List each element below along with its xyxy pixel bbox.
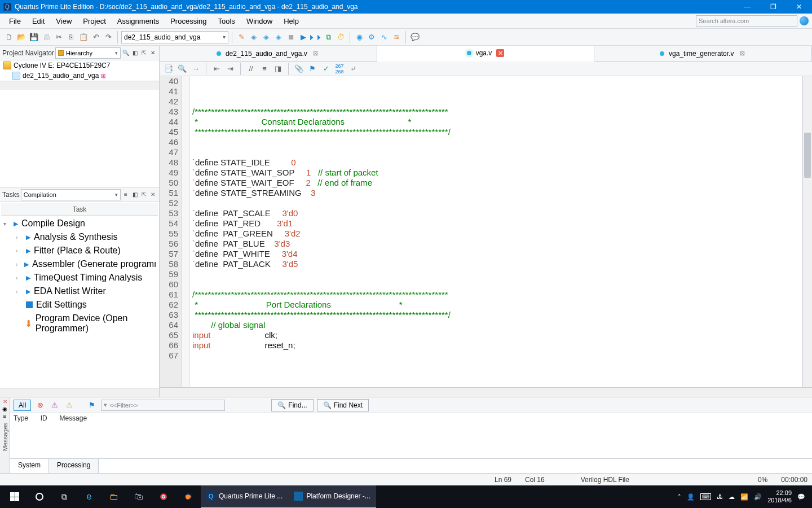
flow-icon[interactable]: ⚙ <box>366 32 377 43</box>
menu-edit[interactable]: Edit <box>27 15 50 28</box>
paste-icon[interactable]: 📋 <box>78 32 89 43</box>
navigator-hscrollbar[interactable] <box>0 81 159 90</box>
tasks-menu-icon[interactable]: ≡ <box>122 191 130 199</box>
msg-critical-icon[interactable]: ⚠ <box>49 400 60 411</box>
wave-icon[interactable]: ∿ <box>378 32 390 43</box>
redo-icon[interactable]: ↷ <box>103 32 114 43</box>
minimize-button[interactable]: — <box>734 0 760 14</box>
globe-icon[interactable] <box>800 16 809 25</box>
start-button[interactable] <box>2 485 27 508</box>
edge-icon[interactable]: e <box>77 485 102 508</box>
tray-input-icon[interactable]: ⌨ <box>700 493 711 500</box>
task-fitter[interactable]: ›▶Fitter (Place & Route) <box>0 244 159 257</box>
tray-people-icon[interactable]: 👤 <box>687 493 695 501</box>
messages-find-next-button[interactable]: 🔍Find Next <box>317 399 369 411</box>
tab-vga[interactable]: vga.v✕ <box>377 46 595 62</box>
save-icon[interactable]: 💾 <box>28 32 39 43</box>
ed-comment-icon[interactable]: // <box>245 63 257 75</box>
tasks-flow-combo[interactable]: Compilation <box>21 189 121 200</box>
messages-find-button[interactable]: 🔍Find... <box>271 399 313 411</box>
menu-tools[interactable]: Tools <box>213 15 241 28</box>
undo-icon[interactable]: ↶ <box>90 32 102 43</box>
chat-icon[interactable]: 💬 <box>409 32 421 43</box>
task-timequest[interactable]: ›▶TimeQuest Timing Analysis <box>0 271 159 284</box>
close-button[interactable]: ✕ <box>786 0 812 14</box>
bug-icon[interactable]: ⧉ <box>323 32 334 43</box>
menu-help[interactable]: Help <box>278 15 304 28</box>
cfg1-icon[interactable]: ◈ <box>248 32 259 43</box>
tray-onedrive-icon[interactable]: ☁ <box>729 493 735 501</box>
ed-bookmark-icon[interactable]: ◨ <box>272 63 284 75</box>
msg-flag-icon[interactable]: ⚑ <box>86 400 98 411</box>
msg-x-icon[interactable]: ✕ <box>3 398 7 405</box>
chrome-icon[interactable] <box>151 485 176 508</box>
run-icon[interactable]: ▶ <box>298 32 309 43</box>
tab-close-icon[interactable]: ⊠ <box>312 50 320 58</box>
menu-view[interactable]: View <box>50 15 77 28</box>
ed-arrow-icon[interactable]: → <box>190 63 201 75</box>
new-file-icon[interactable]: 🗋 <box>3 32 15 43</box>
timing-icon[interactable]: ⏱ <box>335 32 346 43</box>
panel-close-icon[interactable]: ✕ <box>149 49 157 57</box>
sphere-icon[interactable]: ◉ <box>354 32 365 43</box>
taskbar-platform-designer[interactable]: Platform Designer -... <box>288 485 376 508</box>
taskbar-clock[interactable]: 22:092018/4/6 <box>767 489 792 504</box>
search-altera-input[interactable]: Search altera.com <box>696 15 797 27</box>
wand-icon[interactable]: ✎ <box>236 32 247 43</box>
ed-clip-icon[interactable]: 📎 <box>293 63 304 75</box>
hierarchy-device-row[interactable]: Cyclone IV E: EP4CE115F29C7 <box>0 60 159 71</box>
code-editor[interactable]: 4041424344454647484950515253545556575859… <box>160 76 812 387</box>
menu-processing[interactable]: Processing <box>165 15 212 28</box>
navigator-view-combo[interactable]: Hierarchy <box>55 47 121 59</box>
ed-list-icon[interactable]: 📑 <box>163 63 174 75</box>
ed-broom-icon[interactable]: ⚑ <box>307 63 318 75</box>
messages-tab-processing[interactable]: Processing <box>49 459 99 473</box>
copy-icon[interactable]: ⎘ <box>65 32 77 43</box>
fold-gutter[interactable] <box>182 76 190 387</box>
task-eda-netlist[interactable]: ›▶EDA Netlist Writer <box>0 284 159 298</box>
ed-267-icon[interactable]: 267268 <box>334 63 345 75</box>
editor-hscrollbar[interactable] <box>160 387 812 397</box>
cfg3-icon[interactable]: ◈ <box>273 32 284 43</box>
tab-de2-115[interactable]: de2_115_audio_and_vga.v⊠ <box>160 46 377 61</box>
menu-assignments[interactable]: Assignments <box>112 15 165 28</box>
pin2-icon[interactable]: ⇱ <box>140 49 148 57</box>
tab-vga-time-generator[interactable]: vga_time_generator.v⊠ <box>594 46 812 61</box>
messages-list[interactable] <box>10 424 812 458</box>
editor-vscrollbar[interactable] <box>802 76 812 387</box>
open-file-icon[interactable]: 📂 <box>16 32 27 43</box>
cut-icon[interactable]: ✂ <box>53 32 64 43</box>
tab-close-icon[interactable]: ⊠ <box>738 50 746 58</box>
print-icon[interactable]: 🖶 <box>41 32 52 43</box>
tab-close-icon[interactable]: ✕ <box>496 49 504 57</box>
task-program-device[interactable]: ⬇Program Device (Open Programmer) <box>0 312 159 335</box>
stop-icon[interactable]: ⏹ <box>285 32 297 43</box>
menu-file[interactable]: File <box>3 15 27 28</box>
pin1-icon[interactable]: ◧ <box>131 49 139 57</box>
project-selector[interactable]: de2_115_audio_and_vga <box>121 31 228 43</box>
ed-wrap-icon[interactable]: ⤶ <box>347 63 359 75</box>
messages-filter-input[interactable]: ▾<<Filter>> <box>101 400 225 411</box>
run-fast-icon[interactable]: ⏵⏵ <box>310 32 321 43</box>
tray-notifications-icon[interactable]: 💬 <box>797 493 805 501</box>
taskbar-quartus[interactable]: QQuartus Prime Lite ... <box>201 485 288 508</box>
tray-volume-icon[interactable]: 🔊 <box>754 493 762 501</box>
tray-wifi-icon[interactable]: 📶 <box>740 493 748 501</box>
ed-outdent-icon[interactable]: ⇤ <box>211 63 222 75</box>
tasks-pin2-icon[interactable]: ⇱ <box>140 191 148 199</box>
task-analysis-synthesis[interactable]: ›▶Analysis & Synthesis <box>0 230 159 244</box>
store-icon[interactable]: 🛍 <box>126 485 151 508</box>
tasks-column-header[interactable]: Task <box>1 203 158 216</box>
firefox-icon[interactable] <box>176 485 201 508</box>
task-view-icon[interactable]: ⧉ <box>52 485 77 508</box>
task-assembler[interactable]: ›▶Assembler (Generate programming files) <box>0 257 159 271</box>
maximize-button[interactable]: ❐ <box>760 0 786 14</box>
cortana-search-icon[interactable] <box>27 485 52 508</box>
ed-indent-icon[interactable]: ⇥ <box>224 63 236 75</box>
code-content[interactable]: /***************************************… <box>190 76 802 387</box>
messages-tab-system[interactable]: System <box>10 459 49 473</box>
msg-o-icon[interactable]: ◉ <box>2 406 7 412</box>
signal-icon[interactable]: ≋ <box>391 32 402 43</box>
msg-list-icon[interactable]: ≡ <box>3 413 7 419</box>
file-explorer-icon[interactable]: 🗀 <box>102 485 126 508</box>
